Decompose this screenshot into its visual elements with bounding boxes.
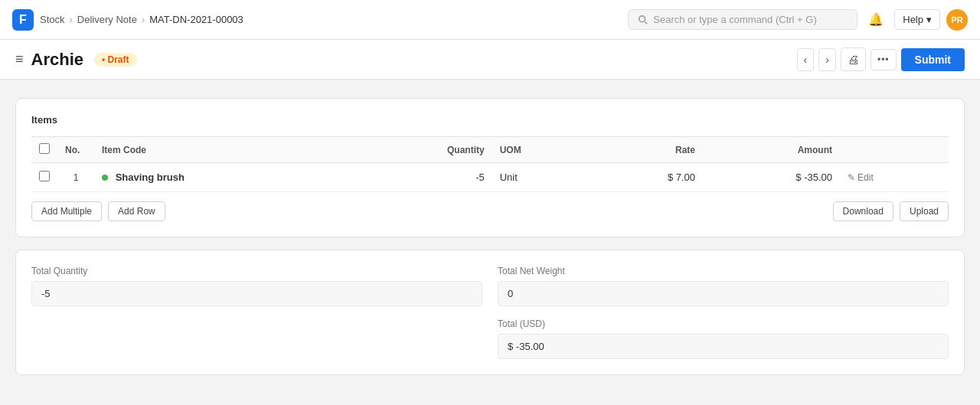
row-rate: $ 7.00 bbox=[590, 163, 703, 192]
breadcrumb-sep-2: › bbox=[142, 14, 145, 25]
hamburger-icon: ≡ bbox=[15, 51, 24, 67]
main-content: Items No. Item Code Quantity bbox=[0, 80, 980, 394]
add-row-button[interactable]: Add Row bbox=[108, 201, 165, 221]
notification-bell[interactable]: 🔔 bbox=[864, 8, 888, 31]
items-card: Items No. Item Code Quantity bbox=[15, 98, 965, 237]
items-table: No. Item Code Quantity UOM Rate bbox=[31, 136, 949, 192]
breadcrumb-current: MAT-DN-2021-00003 bbox=[149, 14, 243, 25]
breadcrumb: Stock › Delivery Note › MAT-DN-2021-0000… bbox=[40, 14, 243, 25]
search-placeholder: Search or type a command (Ctrl + G) bbox=[653, 14, 817, 25]
totals-right: Total Net Weight 0 Total (USD) $ -35.00 bbox=[498, 266, 949, 359]
prev-button[interactable]: ‹ bbox=[797, 48, 815, 71]
table-actions: Add Multiple Add Row Download Upload bbox=[31, 201, 949, 221]
print-icon: 🖨 bbox=[848, 53, 859, 66]
header-rate: Rate bbox=[590, 137, 703, 163]
hamburger-menu[interactable]: ≡ bbox=[15, 51, 24, 67]
more-icon: ••• bbox=[877, 54, 890, 65]
header-amount: Amount bbox=[703, 137, 840, 163]
header-checkbox-cell bbox=[31, 137, 57, 163]
row-checkbox[interactable] bbox=[39, 171, 50, 181]
header-actions-cell bbox=[840, 137, 949, 163]
select-all-checkbox[interactable] bbox=[39, 143, 50, 154]
avatar[interactable]: PR bbox=[946, 9, 968, 31]
total-quantity-value: -5 bbox=[31, 281, 482, 306]
totals-grid: Total Quantity -5 Total Net Weight 0 Tot… bbox=[31, 266, 949, 359]
row-quantity: -5 bbox=[353, 163, 492, 192]
row-item-code: Shaving brush bbox=[94, 163, 353, 192]
help-label: Help bbox=[903, 14, 923, 25]
svg-point-0 bbox=[639, 15, 645, 21]
breadcrumb-stock[interactable]: Stock bbox=[40, 14, 65, 25]
prev-icon: ‹ bbox=[804, 54, 808, 66]
app-icon-label: F bbox=[19, 13, 27, 27]
table-actions-right: Download Upload bbox=[833, 201, 949, 221]
svg-line-1 bbox=[645, 21, 647, 24]
submit-button[interactable]: Submit bbox=[901, 48, 965, 71]
header-item-code: Item Code bbox=[94, 137, 353, 163]
pencil-icon: ✎ bbox=[848, 172, 855, 183]
status-badge: • Draft bbox=[94, 53, 137, 67]
header-quantity: Quantity bbox=[353, 137, 492, 163]
total-usd-label: Total (USD) bbox=[498, 318, 949, 329]
row-uom: Unit bbox=[492, 163, 590, 192]
table-actions-left: Add Multiple Add Row bbox=[31, 201, 165, 221]
edit-label: Edit bbox=[858, 172, 874, 183]
upload-button[interactable]: Upload bbox=[900, 201, 949, 221]
row-edit-cell: ✎ Edit bbox=[840, 163, 949, 192]
total-usd-section: Total (USD) $ -35.00 bbox=[498, 318, 949, 359]
print-button[interactable]: 🖨 bbox=[841, 47, 866, 71]
add-multiple-button[interactable]: Add Multiple bbox=[31, 201, 102, 221]
toolbar-actions: ‹ › 🖨 ••• Submit bbox=[797, 47, 965, 71]
document-title: Archie bbox=[31, 50, 83, 70]
breadcrumb-delivery-note[interactable]: Delivery Note bbox=[77, 14, 137, 25]
submit-label: Submit bbox=[915, 54, 951, 66]
total-net-weight-value: 0 bbox=[498, 281, 949, 306]
breadcrumb-sep-1: › bbox=[70, 14, 73, 25]
totals-card: Total Quantity -5 Total Net Weight 0 Tot… bbox=[15, 250, 965, 375]
header-uom: UOM bbox=[492, 137, 590, 163]
row-amount: $ -35.00 bbox=[703, 163, 840, 192]
download-button[interactable]: Download bbox=[833, 201, 893, 221]
row-no: 1 bbox=[57, 163, 94, 192]
search-bar[interactable]: Search or type a command (Ctrl + G) bbox=[628, 9, 858, 30]
search-icon bbox=[638, 15, 648, 25]
row-checkbox-cell bbox=[31, 163, 57, 192]
avatar-initials: PR bbox=[951, 15, 962, 24]
help-chevron-icon: ▾ bbox=[926, 14, 932, 25]
next-icon: › bbox=[825, 54, 829, 66]
top-nav: F Stock › Delivery Note › MAT-DN-2021-00… bbox=[0, 0, 980, 40]
row-item-name: Shaving brush bbox=[116, 171, 185, 183]
bell-icon: 🔔 bbox=[868, 13, 884, 26]
toolbar: ≡ Archie • Draft ‹ › 🖨 ••• Submit bbox=[0, 40, 980, 80]
total-net-weight-label: Total Net Weight bbox=[498, 266, 949, 276]
app-icon[interactable]: F bbox=[12, 9, 34, 31]
item-status-dot bbox=[102, 175, 108, 181]
items-section-label: Items bbox=[31, 114, 949, 126]
total-usd-value: $ -35.00 bbox=[498, 334, 949, 359]
help-button[interactable]: Help ▾ bbox=[894, 9, 940, 30]
header-no: No. bbox=[57, 137, 94, 163]
total-quantity-label: Total Quantity bbox=[31, 266, 482, 276]
row-edit-link[interactable]: ✎ Edit bbox=[848, 172, 941, 183]
table-row: 1 Shaving brush -5 Unit $ 7.00 bbox=[31, 163, 949, 192]
total-net-weight-section: Total Net Weight 0 bbox=[498, 266, 949, 306]
more-options-button[interactable]: ••• bbox=[871, 49, 897, 70]
next-button[interactable]: › bbox=[818, 48, 836, 71]
total-quantity-section: Total Quantity -5 bbox=[31, 266, 482, 359]
